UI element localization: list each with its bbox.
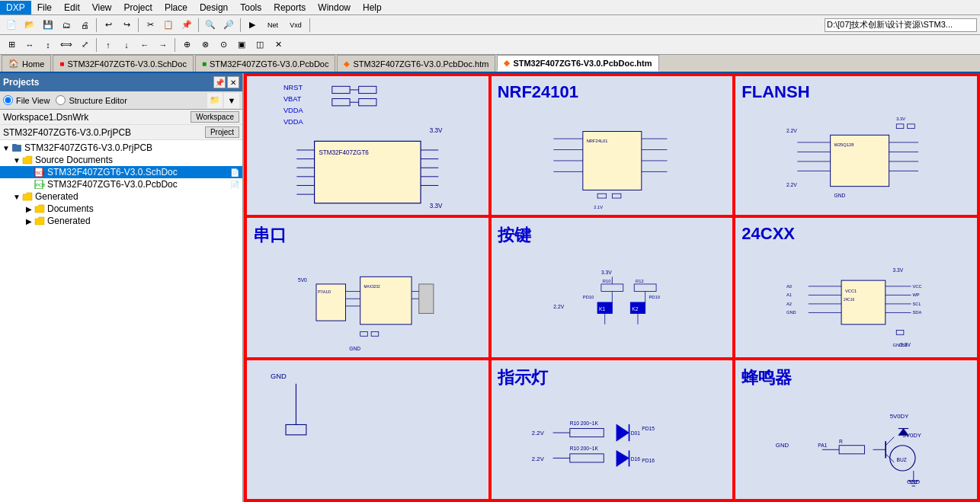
menu-tools[interactable]: Tools — [234, 1, 267, 14]
menu-help[interactable]: Help — [357, 1, 388, 14]
file-view-tab[interactable]: File View — [3, 95, 50, 105]
redo-btn[interactable]: ↪ — [118, 17, 135, 34]
tab-pcbhtm1[interactable]: ◆ STM32F407ZGT6-V3.0.PcbDoc.htm — [337, 55, 495, 72]
path-input[interactable] — [825, 18, 977, 32]
svg-text:PA1: PA1 — [818, 443, 828, 448]
cell-bot-left[interactable]: GND — [245, 359, 490, 500]
cell-mid-left[interactable]: 串口 P7/A1/0 MAX3232 GND — [245, 216, 490, 358]
svg-text:PD15: PD15 — [642, 425, 655, 430]
zoom-out-btn[interactable]: 🔎 — [220, 17, 237, 34]
svg-text:A0: A0 — [786, 284, 792, 289]
pcbdoc-icon: ■ — [202, 59, 207, 68]
tree-schdoc[interactable]: SCH STM32F407ZGT6-V3.0.SchDoc 📄 — [0, 166, 242, 178]
svg-rect-112 — [897, 331, 905, 335]
project-btn[interactable]: Project — [205, 126, 239, 138]
svg-text:PD10: PD10 — [649, 295, 659, 299]
new-btn[interactable]: 📄 — [3, 17, 20, 34]
print-btn[interactable]: 🖨 — [76, 17, 93, 34]
tab-home[interactable]: 🏠 Home — [2, 55, 51, 72]
svg-text:24C16: 24C16 — [844, 298, 854, 302]
t2-btn13[interactable]: ▣ — [233, 37, 250, 53]
t2-btn5[interactable]: ⤢ — [76, 37, 93, 53]
sidebar-close-btn[interactable]: ✕ — [227, 76, 239, 88]
cell-bot-center[interactable]: 指示灯 R10 200~1K D01 R10 200~1K D16 2.2V — [490, 359, 735, 500]
svg-text:3.3V: 3.3V — [430, 203, 443, 209]
open-btn[interactable]: 📂 — [21, 17, 38, 34]
paste-btn[interactable]: 📌 — [178, 17, 195, 34]
net-btn[interactable]: Net — [262, 17, 283, 34]
svg-rect-117 — [569, 428, 603, 436]
sep2 — [138, 18, 139, 32]
tab-pcbdoc[interactable]: ■ STM32F407ZGT6-V3.0.PcbDoc — [195, 55, 336, 72]
sidebar-controls: 📌 ✕ — [213, 76, 239, 88]
gen2-folder-icon — [34, 216, 46, 226]
toolbar-2: ⊞ ↔ ↕ ⟺ ⤢ ↑ ↓ ← → ⊕ ⊗ ⊙ ▣ ◫ ✕ — [0, 35, 980, 55]
menu-reports[interactable]: Reports — [267, 1, 312, 14]
tree-generated[interactable]: ▼ Generated — [0, 190, 242, 203]
sidebar-folder-btn[interactable]: 📁 — [207, 93, 223, 108]
t2-btn11[interactable]: ⊗ — [197, 37, 213, 53]
save-btn[interactable]: 💾 — [40, 17, 56, 34]
cell-bot-right[interactable]: 蜂鸣器 5V0DY 5V0DY BUZ R — [734, 359, 978, 500]
tree-project[interactable]: ▼ STM32F407ZGT6-V3.0.PrjPCB — [0, 142, 242, 154]
svg-text:VCC1: VCC1 — [845, 289, 857, 294]
svg-text:D16: D16 — [630, 456, 640, 461]
zoom-in-btn[interactable]: 🔍 — [202, 17, 219, 34]
menu-project[interactable]: Project — [118, 1, 159, 14]
t2-btn10[interactable]: ⊕ — [178, 37, 195, 53]
cell-mid-center[interactable]: 按键 3.3V R10 R12 K1 K2 — [490, 216, 735, 358]
t2-delete-btn[interactable]: ✕ — [270, 37, 287, 53]
menu-place[interactable]: Place — [159, 1, 194, 14]
menu-edit[interactable]: Edit — [58, 1, 86, 14]
cell-top-right[interactable]: FLANSH W25Q128 2.2V 2.2V — [734, 75, 978, 216]
cell-buzzer-title: 蜂鸣器 — [741, 366, 792, 389]
t2-btn8[interactable]: ← — [136, 37, 153, 53]
documents-label: Documents — [47, 203, 94, 214]
t2-btn9[interactable]: → — [155, 37, 171, 53]
svg-rect-56 — [897, 124, 905, 129]
t2-btn7[interactable]: ↓ — [118, 37, 135, 53]
tree-documents[interactable]: ▶ Documents — [0, 203, 242, 215]
sep4 — [240, 18, 241, 32]
cell-mid-right[interactable]: 24CXX VCC1 24C16 A0 A1 A2 GND — [734, 216, 978, 358]
menu-view[interactable]: View — [86, 1, 118, 14]
svg-text:2.2V: 2.2V — [553, 304, 564, 309]
structure-view-radio[interactable] — [56, 95, 66, 105]
cell-top-mid[interactable]: NRF24101 NRF24L01 2.1V — [490, 75, 735, 216]
undo-btn[interactable]: ↩ — [100, 17, 117, 34]
svg-text:P7/A1/0: P7/A1/0 — [318, 291, 331, 295]
tab-pcbhtm2[interactable]: ◆ STM32F407ZGT6-V3.0.PcbDoc.htm — [497, 55, 658, 72]
tree-generated2[interactable]: ▶ Generated — [0, 215, 242, 227]
t2-btn2[interactable]: ↔ — [21, 37, 38, 53]
sidebar-options-btn[interactable]: ▼ — [224, 93, 239, 108]
workspace-btn[interactable]: Workspace — [191, 111, 239, 123]
tab-bar: 🏠 Home ■ STM32F407ZGT6-V3.0.SchDoc ■ STM… — [0, 55, 980, 73]
menu-dxp[interactable]: DXP — [0, 1, 31, 14]
vxd-btn[interactable]: Vxd — [285, 17, 306, 34]
svg-text:R10: R10 — [602, 279, 610, 283]
cell-top-left[interactable]: NRST VBAT VDDA VDDA STM32F407ZGT6 — [245, 75, 490, 216]
structure-view-tab[interactable]: Structure Editor — [56, 95, 127, 105]
t2-btn14[interactable]: ◫ — [251, 37, 268, 53]
svg-marker-124 — [617, 450, 629, 466]
tree-pcbdoc[interactable]: PCB STM32F407ZGT6-V3.0.PcbDoc 📄 — [0, 178, 242, 190]
file-view-radio[interactable] — [3, 95, 13, 105]
svg-text:PD16: PD16 — [642, 458, 655, 463]
menu-window[interactable]: Window — [312, 1, 357, 14]
menu-file[interactable]: File — [31, 1, 58, 14]
svg-text:3.3V: 3.3V — [430, 127, 443, 134]
cut-btn[interactable]: ✂ — [142, 17, 159, 34]
tree-source-docs[interactable]: ▼ Source Documents — [0, 154, 242, 166]
tab-schdoc[interactable]: ■ STM32F407ZGT6-V3.0.SchDoc — [53, 55, 194, 72]
t2-btn12[interactable]: ⊙ — [215, 37, 232, 53]
menu-design[interactable]: Design — [194, 1, 234, 14]
copy-btn[interactable]: 📋 — [160, 17, 177, 34]
t2-btn4[interactable]: ⟺ — [58, 37, 75, 53]
compile-btn[interactable]: ▶ — [244, 17, 261, 34]
t2-btn3[interactable]: ↕ — [40, 37, 56, 53]
t2-btn6[interactable]: ↑ — [100, 37, 117, 53]
toolbar-1: 📄 📂 💾 🗂 🖨 ↩ ↪ ✂ 📋 📌 🔍 🔎 ▶ Net Vxd — [0, 15, 980, 35]
t2-btn1[interactable]: ⊞ — [3, 37, 20, 53]
sidebar-pin-btn[interactable]: 📌 — [213, 76, 226, 88]
save-all-btn[interactable]: 🗂 — [58, 17, 75, 34]
